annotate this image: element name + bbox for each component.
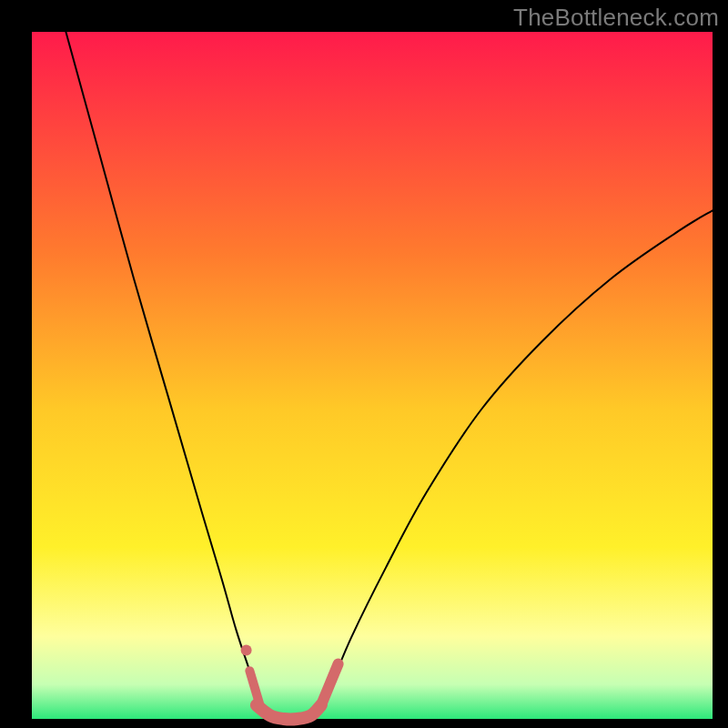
- chart-stage: TheBottleneck.com: [0, 0, 728, 728]
- watermark-label: TheBottleneck.com: [513, 4, 719, 32]
- marker-group: [241, 645, 252, 656]
- dot-left: [241, 645, 252, 656]
- bottleneck-chart: [0, 0, 728, 728]
- gradient-background: [32, 32, 713, 719]
